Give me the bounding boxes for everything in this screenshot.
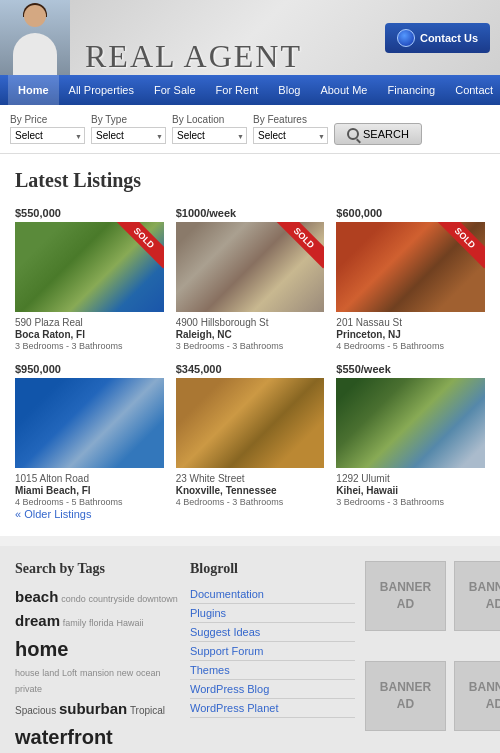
property-card-6[interactable]: $550/week 1292 Ulumit Kihei, Hawaii 3 Be… <box>336 363 485 507</box>
search-button[interactable]: SEARCH <box>334 123 422 145</box>
sold-ribbon-3: SOLD <box>435 222 485 268</box>
location-select[interactable]: Select <box>172 127 247 144</box>
property-image-6 <box>336 378 485 468</box>
property-grid: $550,000 SOLD 590 Plaza Real Boca Raton,… <box>15 207 485 507</box>
property-card-4[interactable]: $950,000 1015 Alton Road Miami Beach, Fl… <box>15 363 164 507</box>
tag-ocean[interactable]: ocean <box>136 668 161 678</box>
older-listings-link[interactable]: « Older Listings <box>15 508 91 520</box>
tag-tropical[interactable]: Tropical <box>130 705 165 716</box>
nav-item-home[interactable]: Home <box>8 75 59 105</box>
blogroll-item-wp-planet[interactable]: WordPress Planet <box>190 699 355 718</box>
tag-home[interactable]: home <box>15 638 68 660</box>
property-address-5: 23 White Street <box>176 473 325 484</box>
tag-condo[interactable]: condo <box>61 594 86 604</box>
tag-house[interactable]: house <box>15 668 40 678</box>
tag-family[interactable]: family <box>63 618 87 628</box>
features-select[interactable]: Select <box>253 127 328 144</box>
nav-item-for-sale[interactable]: For Sale <box>144 75 206 105</box>
tags-section: Search by Tags beach condo countryside d… <box>15 561 180 753</box>
filter-bar: By Price Select By Type Select By Locati… <box>0 105 500 154</box>
property-card-3[interactable]: $600,000 SOLD 201 Nassau St Princeton, N… <box>336 207 485 351</box>
contact-us-button[interactable]: Contact Us <box>385 23 490 53</box>
tag-mansion[interactable]: mansion <box>80 668 114 678</box>
features-filter-label: By Features <box>253 114 328 125</box>
footer: Search by Tags beach condo countryside d… <box>0 546 500 753</box>
tag-downtown[interactable]: downtown <box>137 594 178 604</box>
tag-new[interactable]: new <box>117 668 134 678</box>
price-select-wrapper: Select <box>10 127 85 144</box>
property-address-6: 1292 Ulumit <box>336 473 485 484</box>
property-card-2[interactable]: $1000/week SOLD 4900 Hillsborough St Ral… <box>176 207 325 351</box>
sold-ribbon-1: SOLD <box>113 222 163 268</box>
blogroll-item-plugins[interactable]: Plugins <box>190 604 355 623</box>
tag-hawaii[interactable]: Hawaii <box>116 618 143 628</box>
nav-item-all-properties[interactable]: All Properties <box>59 75 144 105</box>
property-details-2: 3 Bedrooms - 3 Bathrooms <box>176 341 325 351</box>
type-filter-group: By Type Select <box>91 114 166 144</box>
tag-dream[interactable]: dream <box>15 612 60 629</box>
property-image-2: SOLD <box>176 222 325 312</box>
blogroll-title: Blogroll <box>190 561 355 577</box>
blogroll-item-support[interactable]: Support Forum <box>190 642 355 661</box>
globe-icon <box>397 29 415 47</box>
sold-badge-2: SOLD <box>269 222 324 277</box>
nav-item-about[interactable]: About Me <box>310 75 377 105</box>
main-nav: Home All Properties For Sale For Rent Bl… <box>0 75 500 105</box>
nav-item-contact[interactable]: Contact <box>445 75 500 105</box>
nav-item-financing[interactable]: Financing <box>377 75 445 105</box>
banner-ad-1[interactable]: BANNERAD <box>365 561 446 631</box>
property-location-4: Miami Beach, Fl <box>15 485 164 496</box>
tag-loft[interactable]: Loft <box>62 668 77 678</box>
tag-beach[interactable]: beach <box>15 588 58 605</box>
property-address-3: 201 Nassau St <box>336 317 485 328</box>
property-details-1: 3 Bedrooms - 3 Bathrooms <box>15 341 164 351</box>
sold-badge-1: SOLD <box>109 222 164 277</box>
property-image-5 <box>176 378 325 468</box>
tag-suburban[interactable]: suburban <box>59 700 127 717</box>
tag-spacious[interactable]: Spacious <box>15 705 56 716</box>
property-price-6: $550/week <box>336 363 485 375</box>
blogroll-item-documentation[interactable]: Documentation <box>190 585 355 604</box>
tag-florida[interactable]: florida <box>89 618 114 628</box>
nav-item-blog[interactable]: Blog <box>268 75 310 105</box>
property-card-1[interactable]: $550,000 SOLD 590 Plaza Real Boca Raton,… <box>15 207 164 351</box>
tag-countryside[interactable]: countryside <box>88 594 134 604</box>
banner-ad-1-text: BANNERAD <box>380 579 431 613</box>
sold-ribbon-2: SOLD <box>274 222 324 268</box>
features-filter-group: By Features Select <box>253 114 328 144</box>
banner-ad-4[interactable]: BANNERAD <box>454 661 500 731</box>
property-address-1: 590 Plaza Real <box>15 317 164 328</box>
property-location-1: Boca Raton, Fl <box>15 329 164 340</box>
property-details-3: 4 Bedrooms - 5 Bathrooms <box>336 341 485 351</box>
main-content: Latest Listings $550,000 SOLD 590 Plaza … <box>0 154 500 536</box>
blogroll-item-wp-blog[interactable]: WordPress Blog <box>190 680 355 699</box>
tags-container: beach condo countryside downtown dream f… <box>15 585 180 753</box>
tags-title: Search by Tags <box>15 561 180 577</box>
property-card-5[interactable]: $345,000 23 White Street Knoxville, Tenn… <box>176 363 325 507</box>
property-details-6: 3 Bedrooms - 3 Bathrooms <box>336 497 485 507</box>
search-icon <box>347 128 359 140</box>
banner-ad-2[interactable]: BANNERAD <box>454 561 500 631</box>
blogroll-item-themes[interactable]: Themes <box>190 661 355 680</box>
blogroll-section: Blogroll Documentation Plugins Suggest I… <box>190 561 355 753</box>
location-select-wrapper: Select <box>172 127 247 144</box>
property-details-4: 4 Bedrooms - 5 Bathrooms <box>15 497 164 507</box>
price-select[interactable]: Select <box>10 127 85 144</box>
banner-ads-grid: BANNERAD BANNERAD BANNERAD BANNERAD <box>365 561 500 753</box>
property-image-1: SOLD <box>15 222 164 312</box>
property-location-6: Kihei, Hawaii <box>336 485 485 496</box>
nav-item-for-rent[interactable]: For Rent <box>206 75 269 105</box>
property-price-5: $345,000 <box>176 363 325 375</box>
banner-ad-3[interactable]: BANNERAD <box>365 661 446 731</box>
property-image-3: SOLD <box>336 222 485 312</box>
property-address-4: 1015 Alton Road <box>15 473 164 484</box>
type-select[interactable]: Select <box>91 127 166 144</box>
tag-private[interactable]: private <box>15 684 42 694</box>
person-body <box>13 33 57 75</box>
sold-badge-3: SOLD <box>430 222 485 277</box>
tag-waterfront[interactable]: waterfront <box>15 726 113 748</box>
property-location-5: Knoxville, Tennessee <box>176 485 325 496</box>
tag-land[interactable]: land <box>42 668 59 678</box>
blogroll-item-suggest[interactable]: Suggest Ideas <box>190 623 355 642</box>
property-price-1: $550,000 <box>15 207 164 219</box>
